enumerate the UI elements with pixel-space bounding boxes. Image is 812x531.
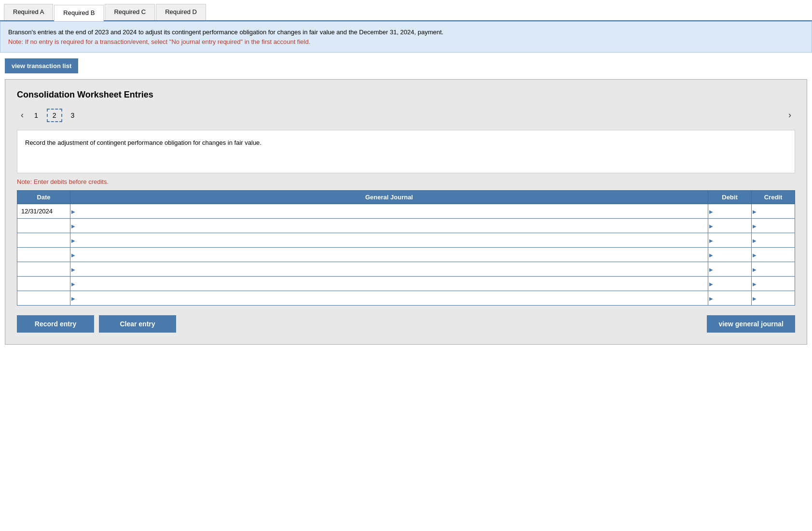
journal-input-1[interactable] (70, 219, 708, 233)
info-note: Note: If no entry is required for a tran… (8, 38, 310, 45)
table-row: ▶▶▶ (17, 262, 795, 277)
journal-input-4[interactable] (70, 262, 708, 276)
journal-input-3[interactable] (70, 248, 708, 262)
tab-required-a[interactable]: Required A (4, 4, 53, 20)
tab-required-d[interactable]: Required D (156, 4, 206, 20)
journal-cell-2[interactable]: ▶ (70, 233, 708, 248)
debit-cell-3[interactable]: ▶ (708, 248, 752, 262)
page-1-button[interactable]: 1 (29, 110, 43, 121)
table-row: 12/31/2024▶▶▶ (17, 204, 795, 219)
credit-input-5[interactable] (752, 277, 795, 291)
date-cell-2 (17, 233, 70, 248)
next-page-button[interactable]: › (784, 108, 795, 122)
credit-cell-2[interactable]: ▶ (752, 233, 795, 248)
entry-note: Note: Enter debits before credits. (17, 178, 795, 185)
credit-cell-5[interactable]: ▶ (752, 277, 795, 291)
date-cell-0: 12/31/2024 (17, 204, 70, 219)
credit-cell-4[interactable]: ▶ (752, 262, 795, 277)
credit-input-2[interactable] (752, 233, 795, 247)
debit-input-0[interactable] (708, 204, 751, 218)
credit-cell-3[interactable]: ▶ (752, 248, 795, 262)
header-credit: Credit (752, 191, 795, 204)
credit-input-0[interactable] (752, 204, 795, 218)
journal-cell-6[interactable]: ▶ (70, 291, 708, 306)
table-row: ▶▶▶ (17, 248, 795, 262)
table-row: ▶▶▶ (17, 291, 795, 306)
pagination: ‹ 1 2 3 › (17, 108, 795, 122)
credit-cell-1[interactable]: ▶ (752, 219, 795, 233)
header-journal: General Journal (70, 191, 708, 204)
table-row: ▶▶▶ (17, 219, 795, 233)
journal-input-0[interactable] (70, 204, 708, 218)
view-general-journal-button[interactable]: view general journal (707, 315, 795, 333)
credit-input-6[interactable] (752, 291, 795, 305)
info-description: Branson's entries at the end of 2023 and… (8, 28, 443, 36)
debit-cell-2[interactable]: ▶ (708, 233, 752, 248)
credit-input-1[interactable] (752, 219, 795, 233)
view-transaction-button[interactable]: view transaction list (5, 58, 78, 73)
journal-input-5[interactable] (70, 277, 708, 291)
tab-bar: Required A Required B Required C Require… (0, 0, 812, 21)
date-cell-4 (17, 262, 70, 277)
date-cell-3 (17, 248, 70, 262)
date-cell-6 (17, 291, 70, 306)
record-entry-button[interactable]: Record entry (17, 315, 94, 333)
credit-input-4[interactable] (752, 262, 795, 276)
credit-cell-0[interactable]: ▶ (752, 204, 795, 219)
debit-input-3[interactable] (708, 248, 751, 262)
journal-cell-1[interactable]: ▶ (70, 219, 708, 233)
debit-input-6[interactable] (708, 291, 751, 305)
tabs-container: Required A Required B Required C Require… (0, 0, 812, 21)
journal-input-6[interactable] (70, 291, 708, 305)
prev-page-button[interactable]: ‹ (17, 108, 28, 122)
debit-cell-5[interactable]: ▶ (708, 277, 752, 291)
page-3-button[interactable]: 3 (66, 110, 80, 121)
credit-input-3[interactable] (752, 248, 795, 262)
debit-input-2[interactable] (708, 233, 751, 247)
debit-cell-1[interactable]: ▶ (708, 219, 752, 233)
table-row: ▶▶▶ (17, 277, 795, 291)
entry-description-text: Record the adjustment of contingent perf… (25, 139, 261, 146)
debit-cell-0[interactable]: ▶ (708, 204, 752, 219)
info-box: Branson's entries at the end of 2023 and… (0, 21, 812, 53)
page-2-button[interactable]: 2 (47, 109, 62, 122)
journal-input-2[interactable] (70, 233, 708, 247)
journal-cell-0[interactable]: ▶ (70, 204, 708, 219)
tab-required-c[interactable]: Required C (105, 4, 155, 20)
debit-cell-4[interactable]: ▶ (708, 262, 752, 277)
worksheet-title: Consolidation Worksheet Entries (17, 89, 795, 100)
header-date: Date (17, 191, 70, 204)
date-cell-1 (17, 219, 70, 233)
action-buttons: Record entry Clear entry view general jo… (17, 315, 795, 333)
table-row: ▶▶▶ (17, 233, 795, 248)
entry-description: Record the adjustment of contingent perf… (17, 130, 795, 173)
journal-table: Date General Journal Debit Credit 12/31/… (17, 190, 795, 306)
tab-required-b[interactable]: Required B (54, 5, 104, 21)
journal-cell-5[interactable]: ▶ (70, 277, 708, 291)
debit-input-4[interactable] (708, 262, 751, 276)
debit-input-1[interactable] (708, 219, 751, 233)
date-cell-5 (17, 277, 70, 291)
worksheet-container: Consolidation Worksheet Entries ‹ 1 2 3 … (5, 79, 807, 345)
credit-cell-6[interactable]: ▶ (752, 291, 795, 306)
debit-input-5[interactable] (708, 277, 751, 291)
clear-entry-button[interactable]: Clear entry (99, 315, 176, 333)
journal-cell-3[interactable]: ▶ (70, 248, 708, 262)
header-debit: Debit (708, 191, 752, 204)
journal-cell-4[interactable]: ▶ (70, 262, 708, 277)
debit-cell-6[interactable]: ▶ (708, 291, 752, 306)
